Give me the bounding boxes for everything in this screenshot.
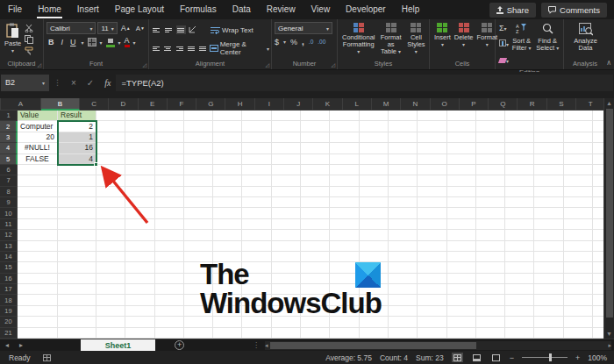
cell-I16[interactable]	[272, 274, 301, 284]
cell-I6[interactable]	[272, 165, 301, 175]
cell-K7[interactable]	[330, 175, 359, 186]
cell-M7[interactable]	[389, 175, 418, 186]
cell-R9[interactable]	[534, 197, 563, 208]
cell-K12[interactable]	[330, 230, 359, 240]
macro-record-icon[interactable]	[43, 354, 51, 361]
cell-B1[interactable]: Result	[58, 111, 96, 121]
cell-P8[interactable]	[476, 187, 505, 197]
cell-H7[interactable]	[242, 175, 271, 186]
cell-L3[interactable]	[360, 132, 389, 143]
cell-Q20[interactable]	[505, 317, 534, 327]
align-left-icon[interactable]	[152, 44, 161, 53]
cell-K16[interactable]	[330, 274, 359, 284]
cell-G8[interactable]	[213, 187, 242, 197]
cell-S3[interactable]	[564, 132, 593, 143]
cell-F1[interactable]	[184, 111, 213, 121]
cell-O18[interactable]	[447, 295, 476, 305]
next-sheet-icon[interactable]: ▸	[14, 341, 28, 349]
cell-C14[interactable]	[96, 252, 125, 262]
cell-A17[interactable]	[18, 284, 58, 295]
fill-color-button[interactable]	[106, 38, 115, 47]
cell-T10[interactable]	[593, 208, 603, 218]
cell-I12[interactable]	[272, 230, 301, 240]
cell-C19[interactable]	[96, 306, 125, 317]
cell-G17[interactable]	[213, 284, 242, 295]
cell-I21[interactable]	[272, 328, 301, 339]
cell-K9[interactable]	[330, 197, 359, 208]
cell-E17[interactable]	[155, 284, 184, 295]
cell-K11[interactable]	[330, 219, 359, 230]
cell-N11[interactable]	[418, 219, 446, 230]
cell-J4[interactable]	[301, 143, 330, 153]
cell-G20[interactable]	[213, 317, 242, 327]
cell-A18[interactable]	[18, 295, 58, 305]
cell-N6[interactable]	[418, 165, 446, 175]
cell-R2[interactable]	[534, 121, 563, 132]
cell-E12[interactable]	[155, 230, 184, 240]
cell-E9[interactable]	[155, 197, 184, 208]
cut-icon[interactable]	[24, 24, 34, 32]
cell-M16[interactable]	[389, 274, 418, 284]
horizontal-scroll-thumb[interactable]	[270, 342, 476, 349]
cell-R4[interactable]	[534, 143, 563, 153]
cell-S5[interactable]	[564, 154, 593, 165]
cell-K4[interactable]	[330, 143, 359, 153]
cell-J16[interactable]	[301, 274, 330, 284]
cell-I13[interactable]	[272, 241, 301, 252]
cell-N4[interactable]	[418, 143, 446, 153]
cell-A6[interactable]	[18, 165, 58, 175]
row-header-19[interactable]: 19	[0, 306, 18, 317]
italic-button[interactable]: I	[60, 38, 66, 46]
row-header-18[interactable]: 18	[0, 295, 18, 305]
cell-D6[interactable]	[125, 165, 154, 175]
cell-Q11[interactable]	[505, 219, 534, 230]
cell-N2[interactable]	[418, 121, 446, 132]
insert-cells-button[interactable]: Insert▾	[432, 22, 453, 58]
cell-O6[interactable]	[447, 165, 476, 175]
cell-Q7[interactable]	[505, 175, 534, 186]
cell-G15[interactable]	[213, 262, 242, 273]
cell-L21[interactable]	[360, 328, 389, 339]
cell-O19[interactable]	[447, 306, 476, 317]
wrap-text-button[interactable]: Wrap Text	[211, 26, 253, 34]
align-center-icon[interactable]	[163, 44, 172, 53]
cell-T16[interactable]	[593, 274, 603, 284]
cell-H9[interactable]	[242, 197, 271, 208]
cell-B2[interactable]: 2	[58, 121, 96, 132]
cell-D14[interactable]	[125, 252, 154, 262]
cell-O16[interactable]	[447, 274, 476, 284]
cell-J8[interactable]	[301, 187, 330, 197]
cell-T17[interactable]	[593, 284, 603, 295]
cell-B5[interactable]: 4	[58, 154, 96, 165]
tab-data[interactable]: Data	[225, 0, 259, 19]
cell-C10[interactable]	[96, 208, 125, 218]
zoom-slider[interactable]	[522, 357, 568, 358]
cell-R21[interactable]	[534, 328, 563, 339]
cell-Q2[interactable]	[505, 121, 534, 132]
scroll-left-icon[interactable]: ◂	[265, 340, 268, 350]
cell-Q17[interactable]	[505, 284, 534, 295]
cell-O14[interactable]	[447, 252, 476, 262]
cell-E5[interactable]	[155, 154, 184, 165]
cell-I7[interactable]	[272, 175, 301, 186]
cell-H16[interactable]	[242, 274, 271, 284]
cell-G18[interactable]	[213, 295, 242, 305]
cell-E7[interactable]	[155, 175, 184, 186]
cell-S12[interactable]	[564, 230, 593, 240]
cell-A9[interactable]	[18, 197, 58, 208]
cell-C13[interactable]	[96, 241, 125, 252]
cell-T4[interactable]	[593, 143, 603, 153]
cell-F14[interactable]	[184, 252, 213, 262]
cell-L2[interactable]	[360, 121, 389, 132]
cell-S14[interactable]	[564, 252, 593, 262]
cell-P12[interactable]	[476, 230, 505, 240]
cell-J12[interactable]	[301, 230, 330, 240]
cell-I10[interactable]	[272, 208, 301, 218]
cell-H17[interactable]	[242, 284, 271, 295]
cell-G2[interactable]	[213, 121, 242, 132]
cell-S9[interactable]	[564, 197, 593, 208]
cell-L15[interactable]	[360, 262, 389, 273]
cell-O13[interactable]	[447, 241, 476, 252]
cell-G11[interactable]	[213, 219, 242, 230]
cell-G16[interactable]	[213, 274, 242, 284]
